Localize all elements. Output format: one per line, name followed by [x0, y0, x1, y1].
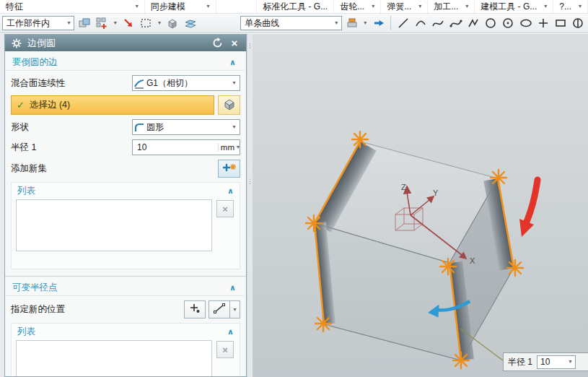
caret-down-icon: ▾ — [418, 4, 421, 9]
direction-arrow-icon[interactable] — [371, 15, 386, 31]
close-icon[interactable]: × — [228, 37, 241, 50]
radius-input[interactable]: 10 mm ▾ — [132, 139, 240, 155]
reset-icon[interactable] — [211, 37, 224, 50]
toolbar: 工作部件内 ▾ ▾ ▾ 单条曲线 ▾ ▾ — [0, 14, 588, 33]
select-edge-row: ✓ 选择边 (4) — [5, 95, 246, 115]
arc-icon[interactable] — [413, 15, 429, 31]
variable-radius-list-box[interactable] — [16, 340, 212, 376]
list-row: × — [12, 199, 240, 251]
panel-gutter[interactable]: ⋮ ⋮ — [247, 34, 253, 377]
polyline-icon[interactable] — [465, 15, 481, 31]
helix-icon[interactable] — [571, 15, 586, 31]
menu-tab-standard-tools[interactable]: 标准化工具 - G... — [257, 0, 334, 13]
list-header: 列表 ∧ — [12, 324, 240, 340]
radius-point-marker — [440, 259, 456, 274]
menu-tab-help[interactable]: ?... ▾ — [553, 0, 588, 13]
menu-tab-modeling-tools[interactable]: 建模工具 - G... ▾ — [475, 0, 553, 13]
menu-tab-feature[interactable]: 特征 ▾ — [0, 0, 145, 13]
continuity-dropdown[interactable]: G1（相切） ▾ — [132, 75, 240, 91]
continuity-label: 混合面连续性 — [11, 77, 65, 90]
caret-down-icon[interactable]: ▾ — [230, 300, 240, 318]
caret-down-icon[interactable]: ▾ — [156, 20, 163, 26]
shape-value: 圆形 — [146, 121, 229, 134]
shape-label: 形状 — [11, 121, 29, 134]
radius-overlay: 半径 1 10 ▾ — [503, 352, 588, 371]
caret-down-icon: ▾ — [372, 4, 374, 9]
list-row: × — [12, 340, 240, 376]
menu-tab-label: 同步建模 — [151, 1, 185, 13]
point-on-curve-button[interactable] — [209, 300, 230, 318]
variable-radius-list-group: 列表 ∧ × — [11, 323, 240, 376]
overlay-radius-value[interactable]: 10 — [537, 357, 566, 367]
menu-tab-label: 齿轮... — [340, 1, 364, 13]
studio-spline-icon[interactable] — [448, 15, 463, 31]
dialog-body: 要倒圆的边 ∧ 混合面连续性 G1（相切） ▾ ✓ 选择边 (4) — [5, 51, 246, 376]
continuity-value: G1（相切） — [146, 77, 229, 90]
menubar: 特征 ▾ 同步建模 ▾ 标准化工具 - G... 齿轮... ▾ 弹簧... ▾… — [0, 0, 588, 14]
menu-tab-gear[interactable]: 齿轮... ▾ — [334, 0, 381, 13]
menu-tab-spring[interactable]: 弹簧... ▾ — [381, 0, 428, 13]
list-header: 列表 ∧ — [12, 183, 240, 199]
add-new-set-row: 添加新集 — [5, 160, 246, 178]
radius-point-marker — [453, 352, 469, 368]
specify-position-row: 指定新的位置 ▾ — [5, 300, 246, 318]
selection-filter-icon[interactable] — [139, 15, 154, 31]
circle-center-icon[interactable] — [501, 15, 516, 31]
overlay-radius-input[interactable]: 10 ▾ — [537, 355, 576, 369]
point-icon[interactable] — [535, 15, 550, 31]
sheet-body-icon[interactable] — [183, 15, 198, 31]
caret-down-icon: ▾ — [207, 4, 210, 9]
menubar-spacer — [216, 0, 258, 13]
continuity-row: 混合面连续性 G1（相切） ▾ — [5, 75, 246, 91]
select-edge-field[interactable]: ✓ 选择边 (4) — [11, 95, 214, 115]
line-icon[interactable] — [395, 15, 411, 31]
radius-value[interactable]: 10 — [133, 142, 218, 152]
axis-label-z: Z — [401, 183, 406, 191]
add-new-set-label: 添加新集 — [11, 162, 47, 175]
menu-tab-machining[interactable]: 加工... ▾ — [428, 0, 475, 13]
chevron-up-icon[interactable]: ∧ — [227, 186, 234, 196]
edge-blend-dialog: 边倒圆 × 要倒圆的边 ∧ 混合面连续性 G1（相切） ▾ — [4, 34, 247, 377]
section-title: 可变半径点 — [12, 282, 58, 294]
point-dialog-button[interactable] — [218, 95, 240, 115]
edge-list-group: 列表 ∧ × — [11, 182, 240, 269]
viewport-canvas[interactable]: Z Y X — [253, 34, 588, 377]
ellipse-icon[interactable] — [518, 15, 533, 31]
radius-point-marker — [315, 316, 331, 332]
caret-down-icon[interactable]: ▾ — [237, 144, 240, 150]
section-variable-radius: 可变半径点 ∧ — [6, 280, 245, 296]
add-new-set-button[interactable] — [218, 160, 240, 178]
curve-rule-value: 单条曲线 — [241, 17, 331, 30]
chevron-up-icon[interactable]: ∧ — [229, 283, 236, 292]
shape-dropdown[interactable]: 圆形 ▾ — [132, 119, 240, 135]
radius-point-marker — [507, 260, 523, 276]
caret-down-icon[interactable]: ▾ — [566, 359, 575, 365]
axis-label-x: X — [470, 256, 475, 265]
add-pattern-icon[interactable] — [95, 15, 110, 31]
spline-icon[interactable] — [431, 15, 446, 31]
forming-tool-icon[interactable] — [344, 15, 359, 31]
caret-down-icon[interactable]: ▾ — [112, 20, 119, 26]
rectangle-icon[interactable] — [553, 15, 568, 31]
viewport-3d[interactable]: Z Y X — [253, 34, 588, 377]
dialog-titlebar[interactable]: 边倒圆 × — [5, 35, 246, 51]
specify-position-label: 指定新的位置 — [11, 303, 65, 316]
caret-down-icon[interactable]: ▾ — [361, 20, 369, 26]
chevron-up-icon[interactable]: ∧ — [227, 327, 234, 337]
solid-body-icon[interactable] — [165, 15, 180, 31]
curve-rule-combo[interactable]: 单条曲线 ▾ — [240, 16, 342, 30]
caret-down-icon: ▾ — [63, 20, 74, 26]
remove-list-item-button[interactable]: × — [216, 341, 234, 358]
g1-tangent-icon — [133, 78, 146, 89]
specify-position-buttons: ▾ — [184, 300, 240, 318]
circle-icon[interactable] — [483, 15, 499, 31]
menu-tab-synchronous-modeling[interactable]: 同步建模 ▾ — [145, 0, 216, 13]
point-constructor-button[interactable] — [184, 300, 206, 318]
promote-arrow-icon[interactable] — [121, 15, 136, 31]
chevron-up-icon[interactable]: ∧ — [229, 58, 236, 67]
edge-list-box[interactable] — [16, 199, 212, 251]
caret-down-icon: ▾ — [579, 4, 582, 9]
remove-list-item-button[interactable]: × — [216, 200, 234, 217]
work-part-scope-combo[interactable]: 工作部件内 ▾ — [2, 16, 74, 30]
linked-body-icon[interactable] — [76, 15, 92, 31]
